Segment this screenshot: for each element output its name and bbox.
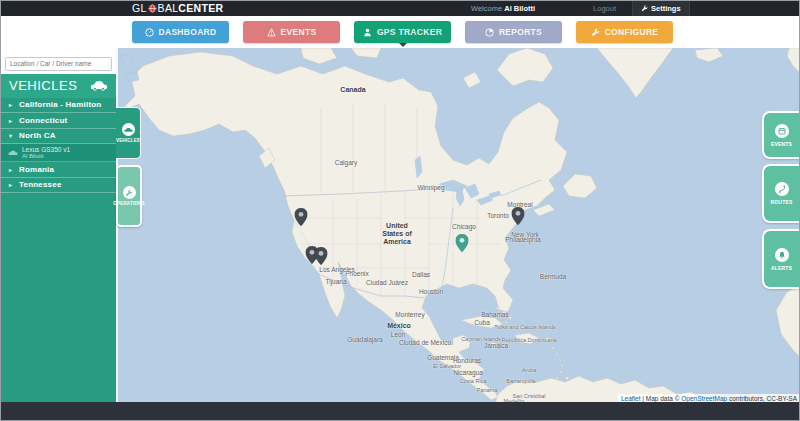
sidebar-title-bar: VEHICLES	[1, 74, 116, 98]
caret-icon: ▸	[9, 117, 19, 124]
sidebar-item-north-ca[interactable]: ▾North CA	[1, 129, 116, 145]
vehicles-sidebar: VEHICLES ▸California - Hamilton ▸Connect…	[1, 48, 116, 402]
settings-button[interactable]: Settings	[632, 1, 690, 16]
map-pin-dark[interactable]	[512, 207, 525, 229]
top-header-bar: GL BALCENTER Welcome Al Bilotti Logout S…	[1, 1, 799, 16]
tab-operations[interactable]: OPERATIONS	[116, 165, 142, 227]
logo-prefix: GL	[132, 1, 147, 16]
mini-car-icon	[8, 150, 18, 156]
leaflet-link[interactable]: Leaflet	[621, 395, 641, 402]
sidebar-item-connecticut[interactable]: ▸Connecticut	[1, 113, 116, 129]
nav-configure-button[interactable]: CONFIGURE	[576, 21, 673, 43]
map-pin-dark[interactable]	[315, 247, 328, 269]
vehicle-driver: Al Bilotti	[22, 153, 70, 160]
sidebar-filler	[1, 193, 116, 402]
gps-tracker-app: GL BALCENTER Welcome Al Bilotti Logout S…	[0, 0, 800, 421]
car-icon	[90, 80, 108, 91]
logo-mid: BAL	[158, 1, 179, 16]
vehicle-name: Lexus GS350 v1	[22, 146, 70, 153]
sidebar-title: VEHICLES	[9, 78, 77, 93]
footer-bar	[1, 402, 799, 420]
caret-icon: ▸	[9, 181, 19, 188]
route-icon	[775, 182, 789, 196]
pie-chart-icon	[485, 28, 494, 37]
warning-triangle-icon	[267, 28, 276, 37]
caret-icon: ▾	[9, 132, 19, 139]
dashboard-gauge-icon	[145, 28, 154, 37]
tab-routes[interactable]: ROUTES	[762, 164, 799, 223]
person-icon	[363, 28, 372, 37]
map-pin-dark[interactable]	[295, 208, 308, 230]
nav-dashboard-button[interactable]: DASHBOARD	[132, 21, 229, 43]
tab-alerts[interactable]: ALERTS	[762, 229, 799, 289]
caret-icon: ▸	[9, 166, 19, 173]
nav-gps-tracker-button[interactable]: GPS TRACKER	[354, 21, 451, 43]
header-right-area: Welcome Al Bilotti Logout Settings	[471, 1, 690, 16]
globe-icon	[148, 4, 157, 13]
nav-events-button[interactable]: EVENTS	[243, 21, 340, 43]
bell-icon	[775, 248, 789, 262]
search-input[interactable]	[5, 57, 112, 71]
vehicle-row-selected[interactable]: Lexus GS350 v1 Al Bilotti	[1, 144, 116, 162]
tab-events[interactable]: EVENTS	[762, 111, 799, 159]
caret-icon: ▸	[9, 101, 19, 108]
car-circle-icon	[122, 123, 135, 136]
logo-suffix: CENTER	[178, 1, 223, 16]
app-logo: GL BALCENTER	[132, 1, 223, 16]
wrench-icon	[641, 5, 648, 12]
wrench-icon	[591, 28, 600, 37]
calendar-icon	[775, 124, 789, 138]
sidebar-search-area	[1, 48, 116, 74]
wrench-circle-icon	[123, 186, 136, 199]
logout-link[interactable]: Logout	[593, 4, 616, 13]
user-name: Al Bilotti	[504, 4, 535, 13]
sidebar-item-romania[interactable]: ▸Romania	[1, 162, 116, 178]
welcome-text: Welcome Al Bilotti	[471, 4, 535, 13]
map-pin-teal[interactable]	[456, 234, 469, 256]
sidebar-item-california-hamilton[interactable]: ▸California - Hamilton	[1, 98, 116, 114]
sidebar-item-tennessee[interactable]: ▸Tennessee	[1, 178, 116, 194]
main-nav: DASHBOARD EVENTS GPS TRACKER REPORTS CON…	[1, 16, 799, 48]
openstreetmap-link[interactable]: OpenStreetMap	[681, 395, 727, 402]
tab-vehicles[interactable]: VEHICLES	[116, 107, 141, 159]
nav-reports-button[interactable]: REPORTS	[465, 21, 562, 43]
